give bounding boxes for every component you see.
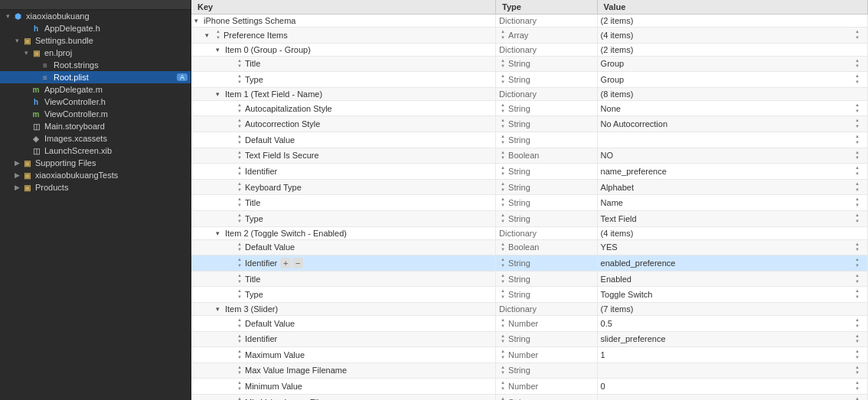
table-row[interactable]: ▾Item 1 (Text Field - Name)Dictionary(8 … (191, 87, 868, 100)
type-stepper[interactable]: ▲▼ (499, 380, 507, 392)
key-stepper[interactable]: ▲▼ (236, 150, 243, 162)
type-stepper[interactable]: ▲▼ (499, 273, 507, 285)
sidebar-item-launch-screen[interactable]: ◫LaunchScreen.xib (0, 145, 191, 157)
type-stepper[interactable]: ▲▼ (499, 102, 507, 115)
value-stepper[interactable]: ▲▼ (853, 73, 861, 86)
table-row[interactable]: ▲▼Type▲▼StringToggle Switch▲▼ (191, 287, 868, 303)
type-stepper[interactable]: ▲▼ (499, 333, 507, 346)
row-expand-icon[interactable]: ▾ (216, 46, 225, 54)
table-row[interactable]: ▲▼Identifier▲▼Stringname_preference▲▼ (191, 164, 868, 180)
table-row[interactable]: ▾Item 0 (Group - Group)Dictionary(2 item… (191, 43, 868, 56)
key-stepper[interactable]: ▲▼ (236, 165, 243, 177)
sidebar-item-view-controller-h[interactable]: hViewController.h (0, 96, 191, 108)
type-stepper[interactable]: ▲▼ (499, 118, 507, 130)
remove-button[interactable]: − (292, 258, 303, 268)
value-stepper[interactable]: ▲▼ (853, 118, 861, 130)
sidebar-item-en-lproj[interactable]: ▾▣en.lproj (0, 47, 191, 59)
sidebar-item-tests[interactable]: ▶▣xiaoxiaobukuangTests (0, 169, 191, 181)
type-stepper[interactable]: ▲▼ (499, 213, 507, 225)
key-stepper[interactable]: ▲▼ (236, 242, 243, 254)
sidebar-item-app-delegate-h[interactable]: hAppDelegate.h (0, 22, 191, 34)
sidebar-item-project-root[interactable]: ▾⬢xiaoxiaobukuang (0, 10, 191, 22)
key-stepper[interactable]: ▲▼ (236, 365, 243, 377)
table-row[interactable]: ▲▼Identifier▲▼Stringslider_preference▲▼ (191, 331, 868, 347)
value-stepper[interactable]: ▲▼ (853, 349, 861, 361)
row-expand-icon[interactable]: ▾ (216, 229, 225, 237)
value-stepper[interactable]: ▲▼ (853, 58, 861, 70)
row-expand-icon[interactable]: ▾ (205, 31, 214, 39)
value-stepper[interactable]: ▲▼ (853, 165, 861, 177)
sidebar-item-products[interactable]: ▶▣Products (0, 181, 191, 193)
value-stepper[interactable]: ▲▼ (853, 273, 861, 285)
value-stepper[interactable]: ▲▼ (853, 288, 861, 301)
sidebar-item-images-xcassets[interactable]: ◈Images.xcassets (0, 132, 191, 145)
type-stepper[interactable]: ▲▼ (499, 197, 507, 209)
key-stepper[interactable]: ▲▼ (236, 197, 243, 209)
table-row[interactable]: ▲▼Autocorrection Style▲▼StringNo Autocor… (191, 116, 868, 132)
value-stepper[interactable]: ▲▼ (853, 365, 861, 377)
row-expand-icon[interactable]: ▾ (216, 90, 225, 98)
table-row[interactable]: ▲▼Type▲▼StringText Field▲▼ (191, 210, 868, 226)
table-row[interactable]: ▲▼Keyboard Type▲▼StringAlphabet▲▼ (191, 179, 868, 195)
table-row[interactable]: ▲▼Autocapitalization Style▲▼StringNone▲▼ (191, 100, 868, 116)
sidebar-item-main-storyboard[interactable]: ◫Main.storyboard (0, 120, 191, 132)
value-stepper[interactable]: ▲▼ (853, 396, 861, 400)
sidebar-item-supporting-files[interactable]: ▶▣Supporting Files (0, 157, 191, 169)
table-row[interactable]: ▲▼Identifier+−▲▼Stringenabled_preference… (191, 255, 868, 272)
table-row[interactable]: ▲▼Min Value Image Filename▲▼String▲▼ (191, 394, 868, 400)
value-stepper[interactable]: ▲▼ (853, 333, 861, 346)
type-stepper[interactable]: ▲▼ (499, 257, 507, 269)
table-row[interactable]: ▲▼Text Field Is Secure▲▼BooleanNO▲▼ (191, 148, 868, 164)
type-stepper[interactable]: ▲▼ (499, 181, 507, 193)
row-expand-icon[interactable]: ▾ (216, 305, 225, 313)
value-stepper[interactable]: ▲▼ (853, 29, 861, 41)
key-stepper[interactable]: ▲▼ (214, 29, 222, 41)
type-stepper[interactable]: ▲▼ (499, 349, 507, 361)
value-stepper[interactable]: ▲▼ (853, 197, 861, 209)
type-stepper[interactable]: ▲▼ (499, 165, 507, 177)
value-stepper[interactable]: ▲▼ (853, 317, 861, 330)
key-stepper[interactable]: ▲▼ (236, 288, 243, 301)
table-row[interactable]: ▲▼Title▲▼StringEnabled▲▼ (191, 271, 868, 287)
type-stepper[interactable]: ▲▼ (499, 365, 507, 377)
sidebar-item-settings-bundle[interactable]: ▾▣Settings.bundle (0, 34, 191, 47)
type-stepper[interactable]: ▲▼ (499, 150, 507, 162)
sidebar-item-view-controller-m[interactable]: mViewController.m (0, 108, 191, 120)
table-row[interactable]: ▲▼Maximum Value▲▼Number1▲▼ (191, 347, 868, 363)
type-stepper[interactable]: ▲▼ (499, 242, 507, 254)
value-stepper[interactable]: ▲▼ (853, 213, 861, 225)
key-stepper[interactable]: ▲▼ (236, 396, 243, 400)
key-stepper[interactable]: ▲▼ (236, 181, 243, 193)
key-stepper[interactable]: ▲▼ (236, 317, 243, 330)
row-expand-icon[interactable]: ▾ (194, 17, 204, 24)
key-stepper[interactable]: ▲▼ (236, 134, 243, 146)
key-stepper[interactable]: ▲▼ (236, 213, 243, 225)
type-stepper[interactable]: ▲▼ (499, 58, 507, 70)
sidebar-item-root-strings[interactable]: ≡Root.strings (0, 59, 191, 71)
table-row[interactable]: ▾Item 2 (Toggle Switch - Enabled)Diction… (191, 226, 868, 239)
key-stepper[interactable]: ▲▼ (236, 380, 243, 392)
value-stepper[interactable]: ▲▼ (853, 242, 861, 254)
table-row[interactable]: ▲▼Default Value▲▼String▲▼ (191, 132, 868, 148)
table-row[interactable]: ▾iPhone Settings SchemaDictionary(2 item… (191, 15, 868, 28)
table-row[interactable]: ▲▼Title▲▼StringName▲▼ (191, 195, 868, 211)
key-stepper[interactable]: ▲▼ (236, 73, 243, 86)
value-stepper[interactable]: ▲▼ (853, 102, 861, 115)
key-stepper[interactable]: ▲▼ (236, 102, 243, 115)
key-stepper[interactable]: ▲▼ (236, 58, 243, 70)
value-stepper[interactable]: ▲▼ (853, 150, 861, 162)
value-stepper[interactable]: ▲▼ (853, 134, 861, 146)
table-row[interactable]: ▲▼Max Value Image Filename▲▼String▲▼ (191, 363, 868, 379)
table-row[interactable]: ▾▲▼Preference Items▲▼Array(4 items)▲▼ (191, 28, 868, 44)
type-stepper[interactable]: ▲▼ (499, 396, 507, 400)
table-row[interactable]: ▲▼Title▲▼StringGroup▲▼ (191, 56, 868, 72)
key-stepper[interactable]: ▲▼ (236, 257, 243, 269)
table-row[interactable]: ▲▼Type▲▼StringGroup▲▼ (191, 72, 868, 88)
sidebar-item-app-delegate-m[interactable]: mAppDelegate.m (0, 83, 191, 96)
value-stepper[interactable]: ▲▼ (853, 380, 861, 392)
key-stepper[interactable]: ▲▼ (236, 333, 243, 346)
type-stepper[interactable]: ▲▼ (499, 73, 507, 86)
type-stepper[interactable]: ▲▼ (499, 134, 507, 146)
value-stepper[interactable]: ▲▼ (853, 257, 861, 269)
table-row[interactable]: ▲▼Default Value▲▼BooleanYES▲▼ (191, 239, 868, 255)
